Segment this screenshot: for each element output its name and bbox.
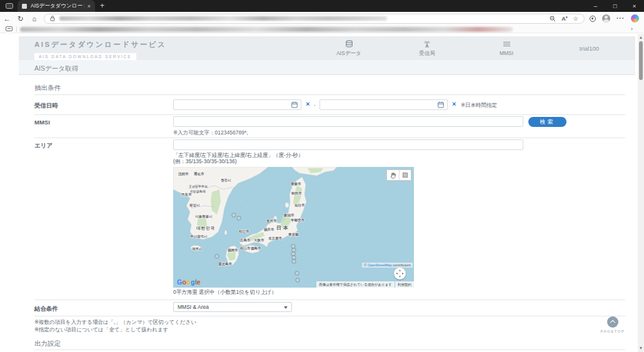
- area-input[interactable]: [173, 139, 523, 150]
- map-circle-marker: [291, 252, 295, 256]
- map-place-label: 청진시: [221, 178, 231, 183]
- area-example-note: (例：35/135-30/35-30/136): [173, 158, 237, 166]
- divider: [34, 316, 625, 316]
- map-place-label: 鹿児島市: [218, 262, 233, 266]
- toolbar-right-icons: ···: [590, 14, 639, 23]
- zoom-out-icon[interactable]: [550, 16, 556, 22]
- workspaces-icon[interactable]: [6, 3, 13, 9]
- map-terms-link[interactable]: 利用規約: [395, 281, 414, 288]
- map-place-label: 新潟市: [283, 213, 294, 218]
- map-place-label: 徳島市: [250, 246, 261, 251]
- area-map[interactable]: 沈阳市通化市청진시조선민주주의인민공화국丹东市평양시서울특별시대한민국부산광역시…: [173, 167, 414, 288]
- map-place-label: 仙台市: [294, 203, 305, 208]
- clear-datetime-to-icon[interactable]: ×: [452, 101, 456, 108]
- draw-rectangle-button[interactable]: [399, 170, 411, 180]
- join-condition-value: MMSI & Area: [178, 304, 209, 310]
- browser-tab[interactable]: AISデータダウンロードサービス ×: [18, 0, 95, 12]
- database-icon: [321, 40, 377, 48]
- map-place-label: 日本: [276, 225, 290, 231]
- scrollbar-thumb[interactable]: [639, 41, 643, 80]
- page-top-button[interactable]: PAGETOP: [599, 316, 626, 333]
- datetime-to-input[interactable]: [319, 99, 448, 110]
- address-bar[interactable]: Aa ☆: [44, 14, 585, 24]
- map-circle-marker: [292, 259, 296, 263]
- lock-icon: [50, 16, 55, 21]
- map-circle-marker: [292, 256, 296, 259]
- page-title-bar: AISデータ取得: [19, 60, 635, 75]
- hand-icon: [390, 171, 396, 179]
- map-place-label: 広島市: [239, 238, 251, 243]
- restore-button[interactable]: □: [605, 0, 625, 12]
- osm-link[interactable]: OpenStreetMap: [368, 263, 392, 267]
- unspecified-note: ※指定のない項目については「全て」として扱われます: [34, 326, 168, 334]
- mmsi-input[interactable]: [173, 116, 523, 127]
- date-range-separator: -: [314, 102, 316, 108]
- chevron-up-icon: [610, 320, 615, 325]
- divider: [34, 114, 625, 115]
- map-place-label: 東京都: [288, 233, 299, 237]
- mmsi-label: MMSI: [34, 119, 50, 126]
- map-place-label: 金沢市: [266, 219, 277, 223]
- page-top-circle[interactable]: [607, 316, 618, 328]
- read-aloud-icon[interactable]: Aa: [561, 15, 567, 22]
- home-icon[interactable]: ⌂: [28, 15, 41, 23]
- sidebar-expand-icon[interactable]: ›: [631, 26, 633, 32]
- map-place-label: 秋田市: [291, 191, 302, 196]
- map-copyright-text: 画像は著作権で保護されている場合があります: [316, 281, 395, 288]
- clear-datetime-from-icon[interactable]: ×: [306, 101, 309, 108]
- profile-avatar[interactable]: [602, 14, 610, 23]
- join-condition-select[interactable]: MMSI & Area: [173, 302, 292, 312]
- map-circle-marker: [237, 216, 241, 220]
- nav-item-ais-data[interactable]: AISデータ: [321, 40, 377, 58]
- tab-close-icon[interactable]: ×: [88, 3, 91, 9]
- map-draw-toolbar: [386, 169, 411, 181]
- datetime-from-input[interactable]: [173, 99, 301, 110]
- bookmarks-redacted: [20, 27, 513, 32]
- map-place-label: 大阪市: [254, 238, 264, 242]
- app-brand: AISデータダウンロードサービス AIS DATA DOWNLOAD SERVI…: [34, 40, 166, 61]
- map-circle-marker: [232, 213, 236, 217]
- map-place-label: 松山市: [239, 246, 251, 250]
- area-label: エリア: [34, 142, 53, 150]
- divider: [34, 94, 625, 95]
- map-place-label: 福岡市: [227, 248, 238, 253]
- map-place-label: 名古屋市: [268, 236, 283, 241]
- sidebar-toggle-icon[interactable]: [6, 26, 13, 31]
- page-title: AISデータ取得: [34, 64, 78, 73]
- draw-polygon-button[interactable]: [387, 170, 399, 180]
- map-place-label: 인민공화국: [190, 189, 206, 194]
- favorites-star-icon[interactable]: ☆: [573, 16, 578, 22]
- chevron-down-icon: [284, 306, 288, 309]
- minimize-button[interactable]: –: [586, 0, 605, 12]
- antenna-icon: [399, 40, 455, 48]
- map-place-label: 沈阳市: [178, 172, 189, 176]
- pan-control-button[interactable]: [394, 268, 406, 279]
- search-button[interactable]: 検索: [528, 117, 566, 127]
- page-scrollbar[interactable]: [638, 34, 644, 352]
- divider: [34, 299, 625, 300]
- scroll-up-icon[interactable]: [640, 36, 642, 39]
- rectangle-icon: [403, 173, 408, 178]
- browser-essentials-icon[interactable]: [590, 16, 596, 22]
- refresh-icon[interactable]: ↻: [14, 14, 28, 23]
- browser-tab-bar: AISデータダウンロードサービス × + – □ ×: [0, 0, 644, 12]
- user-name[interactable]: trial100: [580, 45, 599, 52]
- map-place-label: 丹东市: [181, 193, 192, 197]
- nav-item-mmsi[interactable]: MMSI: [478, 40, 535, 56]
- url-text-redacted: [59, 16, 387, 21]
- browser-toolbar: ← ↻ ⌂ Aa ☆ ···: [0, 12, 644, 25]
- nav-item-receiving-stations[interactable]: 受信局: [399, 40, 455, 58]
- scroll-down-icon[interactable]: [640, 347, 642, 349]
- map-circle-marker: [292, 248, 296, 252]
- map-circle-marker: [215, 254, 219, 258]
- page-top-label: PAGETOP: [599, 329, 626, 333]
- close-button[interactable]: ×: [625, 0, 644, 12]
- settings-more-icon[interactable]: ···: [616, 15, 625, 22]
- page-viewport: AISデータダウンロードサービス AIS DATA DOWNLOAD SERVI…: [0, 34, 644, 352]
- back-icon[interactable]: ←: [0, 15, 14, 23]
- new-tab-button[interactable]: +: [100, 1, 104, 10]
- jst-note: ※日本時間指定: [461, 102, 497, 109]
- copilot-icon[interactable]: [631, 14, 639, 23]
- map-place-label: 부산광역시: [190, 234, 208, 239]
- map-place-label: 서울특별시: [195, 214, 213, 219]
